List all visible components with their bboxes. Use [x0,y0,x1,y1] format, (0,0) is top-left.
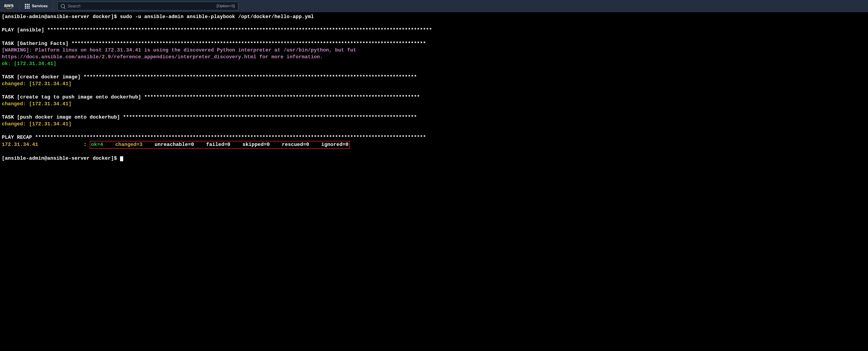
recap-ok: ok=4 [91,142,103,148]
cursor [120,156,123,161]
search-shortcut-hint: [Option+S] [217,4,235,9]
recap-highlight-box: ok=4 changed=3 unreachable=0 failed=0 sk… [90,141,350,149]
aws-smile-icon [5,7,13,9]
task-push-image-header: TASK [push docker image onto dockerhub] [2,115,123,120]
warning-line-1: [WARNING]: Platform linux on host 172.31… [2,47,356,53]
task-push-image-stars: ****************************************… [123,115,417,120]
task-create-tag-header: TASK [create tag to push image onto dock… [2,94,144,100]
search-box[interactable]: [Option+S] [57,2,238,10]
changed-host-line-2: changed: [172.31.34.41] [2,101,71,107]
task-create-image-header: TASK [create docker image] [2,74,84,80]
command-text: sudo -u ansible-admin ansible-playbook /… [120,14,314,20]
play-stars: ****************************************… [47,27,432,33]
task-gathering-header: TASK [Gathering Facts] [2,41,71,46]
recap-unreachable: unreachable=0 [155,142,194,148]
warning-line-2: https://docs.ansible.com/ansible/2.9/ref… [2,54,323,60]
ok-host-line: ok: [172.31.34.41] [2,61,56,67]
recap-host: 172.31.34.41 [2,142,38,148]
services-label: Services [32,4,48,9]
shell-prompt-end: [ansible-admin@ansible-server docker]$ [2,156,117,161]
recap-failed: failed=0 [206,142,230,148]
recap-ignored: ignored=0 [321,142,348,148]
play-recap-header: PLAY RECAP [2,135,35,140]
search-input[interactable] [68,4,214,8]
changed-host-line-1: changed: [172.31.34.41] [2,81,71,87]
task-create-tag-stars: ****************************************… [144,94,420,100]
task-gathering-stars: ****************************************… [71,41,426,46]
recap-changed: changed=3 [115,142,143,148]
shell-prompt: [ansible-admin@ansible-server docker]$ [2,14,117,20]
search-icon [61,4,65,8]
services-grid-icon [25,4,30,8]
terminal-output[interactable]: [ansible-admin@ansible-server docker]$ s… [0,12,868,163]
services-button[interactable]: Services [20,0,53,12]
changed-host-line-3: changed: [172.31.34.41] [2,121,71,127]
aws-logo-text: aws [4,3,14,8]
play-recap-stars: ****************************************… [35,135,426,140]
aws-top-nav: aws Services [Option+S] [0,0,868,12]
recap-skipped: skipped=0 [243,142,270,148]
recap-rescued: rescued=0 [282,142,309,148]
aws-logo[interactable]: aws [4,3,20,9]
task-create-image-stars: ****************************************… [84,74,417,80]
play-header: PLAY [ansible] [2,27,47,33]
